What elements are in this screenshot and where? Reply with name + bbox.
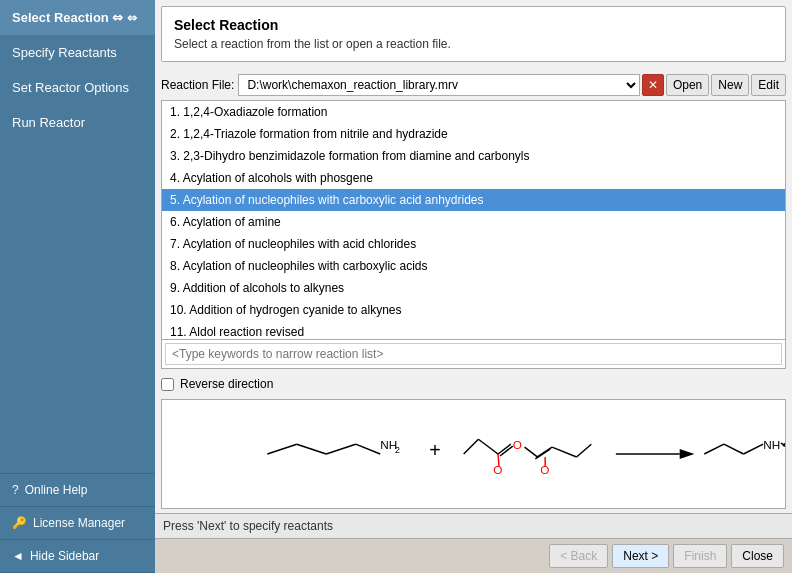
help-icon: ? [12, 483, 19, 497]
reaction-list-item[interactable]: 4. Acylation of alcohols with phosgene [162, 167, 785, 189]
svg-line-23 [704, 444, 724, 454]
svg-line-3 [356, 444, 381, 454]
search-input[interactable] [165, 343, 782, 365]
svg-line-14 [535, 449, 550, 459]
svg-text:O: O [513, 438, 522, 451]
close-button[interactable]: Close [731, 544, 784, 568]
sidebar: Select Reaction ⇔ Specify Reactants Set … [0, 0, 155, 573]
hide-sidebar-button[interactable]: ◄ Hide Sidebar [0, 540, 155, 573]
search-box [162, 339, 785, 368]
sidebar-item-select-reaction[interactable]: Select Reaction ⇔ [0, 0, 155, 35]
svg-line-27 [783, 445, 785, 455]
svg-text:2: 2 [395, 445, 400, 455]
reaction-file-label: Reaction File: [161, 78, 234, 92]
sidebar-item-specify-reactants[interactable]: Specify Reactants [0, 35, 155, 70]
svg-line-24 [724, 444, 744, 454]
svg-line-19 [552, 447, 577, 457]
panel-title: Select Reaction [174, 17, 773, 33]
svg-line-7 [464, 439, 479, 454]
key-icon: 🔑 [12, 516, 27, 530]
svg-text:+: + [429, 439, 440, 461]
reaction-file-select[interactable]: D:\work\chemaxon_reaction_library.mrv [238, 74, 640, 96]
svg-line-25 [744, 444, 764, 454]
svg-line-0 [267, 444, 296, 454]
svg-line-16 [498, 454, 499, 467]
reverse-direction-row: Reverse direction [161, 377, 786, 391]
arrow-icon: ◄ [12, 549, 24, 563]
edit-button[interactable]: Edit [751, 74, 786, 96]
reaction-file-input-wrap: D:\work\chemaxon_reaction_library.mrv ✕ … [238, 74, 786, 96]
reaction-preview: NH 2 + O O [161, 399, 786, 509]
reaction-list-item[interactable]: 8. Acylation of nucleophiles with carbox… [162, 255, 785, 277]
reaction-list-item[interactable]: 10. Addition of hydrogen cyanide to alky… [162, 299, 785, 321]
reaction-list-item[interactable]: 2. 1,2,4-Triazole formation from nitrile… [162, 123, 785, 145]
finish-button[interactable]: Finish [673, 544, 727, 568]
svg-line-20 [577, 444, 592, 457]
svg-marker-22 [680, 449, 695, 459]
sidebar-item-set-reactor-options[interactable]: Set Reactor Options [0, 70, 155, 105]
reaction-list-item[interactable]: 6. Acylation of amine [162, 211, 785, 233]
svg-line-8 [478, 439, 498, 454]
reverse-direction-checkbox[interactable] [161, 378, 174, 391]
back-button[interactable]: < Back [549, 544, 608, 568]
reaction-list-item[interactable]: 9. Addition of alcohols to alkynes [162, 277, 785, 299]
sidebar-bottom: ? Online Help 🔑 License Manager ◄ Hide S… [0, 473, 155, 573]
svg-line-1 [297, 444, 326, 454]
bottom-bar: < Back Next > Finish Close [155, 538, 792, 573]
reaction-list-area: 1. 1,2,4-Oxadiazole formation2. 1,2,4-Tr… [161, 100, 786, 369]
new-button[interactable]: New [711, 74, 749, 96]
svg-line-2 [326, 444, 355, 454]
reverse-direction-label[interactable]: Reverse direction [180, 377, 273, 391]
main-container: Select Reaction ⇔ Specify Reactants Set … [0, 0, 792, 573]
svg-text:O: O [493, 463, 502, 476]
reaction-file-row: Reaction File: D:\work\chemaxon_reaction… [161, 74, 786, 96]
svg-line-12 [525, 447, 538, 457]
reaction-list-item[interactable]: 3. 2,3-Dihydro benzimidazole formation f… [162, 145, 785, 167]
reaction-list-item[interactable]: 1. 1,2,4-Oxadiazole formation [162, 101, 785, 123]
panel-description: Select a reaction from the list or open … [174, 37, 773, 51]
next-button[interactable]: Next > [612, 544, 669, 568]
svg-text:NH: NH [763, 438, 780, 451]
status-text: Press 'Next' to specify reactants [163, 519, 333, 533]
reaction-list[interactable]: 1. 1,2,4-Oxadiazole formation2. 1,2,4-Tr… [162, 101, 785, 339]
sidebar-item-run-reactor[interactable]: Run Reactor [0, 105, 155, 140]
clear-button[interactable]: ✕ [642, 74, 664, 96]
reaction-list-item[interactable]: 7. Acylation of nucleophiles with acid c… [162, 233, 785, 255]
open-button[interactable]: Open [666, 74, 709, 96]
reaction-list-item[interactable]: 5. Acylation of nucleophiles with carbox… [162, 189, 785, 211]
content-area: Select Reaction Select a reaction from t… [155, 0, 792, 573]
license-manager-button[interactable]: 🔑 License Manager [0, 507, 155, 540]
top-panel: Select Reaction Select a reaction from t… [161, 6, 786, 62]
online-help-button[interactable]: ? Online Help [0, 474, 155, 507]
reaction-list-item[interactable]: 11. Aldol reaction revised [162, 321, 785, 339]
status-bar: Press 'Next' to specify reactants [155, 513, 792, 538]
